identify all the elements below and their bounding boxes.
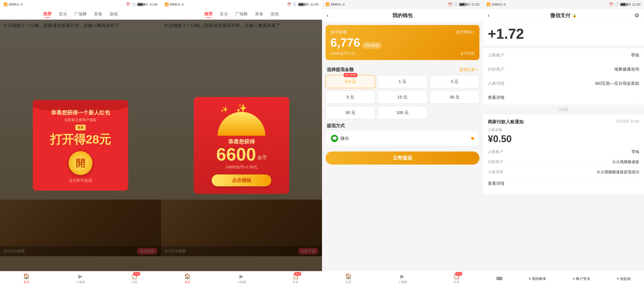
wechat-nav-other[interactable]: ≡ 他起始 <box>617 276 631 281</box>
nav-home-label-3: 首页 <box>346 280 352 284</box>
signal-icon-1: 📶 <box>4 2 8 6</box>
method-left: 💬 微信 <box>331 135 349 142</box>
network-speed-2: 690K/s <box>170 2 180 6</box>
amount-btn-7[interactable]: 100 元 <box>378 106 427 119</box>
notif-view-detail-link[interactable]: 查看详情 <box>488 181 504 186</box>
tab-recommend-2[interactable]: 推荐 <box>204 11 212 17</box>
nav-task-3[interactable]: 📋 实动 任务 <box>453 273 460 284</box>
notif-detail-2: 入账详情 火火视频极速版提现成功 <box>488 167 639 177</box>
clock-icon-4: 🕐 <box>615 2 619 6</box>
amount-btn-0[interactable]: 新人专享 0.5 元 <box>326 75 375 88</box>
amount-7: 100 元 <box>396 110 409 115</box>
gold-detail-link[interactable]: 金币明细 > <box>456 29 475 35</box>
task-icon-wrap-2: 📋 实动 <box>292 273 299 280</box>
tab-food-1[interactable]: 美食 <box>94 11 102 17</box>
bottom-nav-3: 🏠 首页 ▶ 小视频 📋 实动 任务 <box>322 271 483 286</box>
amount-btn-2[interactable]: 3 元 <box>430 75 480 88</box>
tab-game-1[interactable]: 游戏 <box>110 11 118 17</box>
home-icon-1: 🏠 <box>23 273 30 280</box>
nav-task-2[interactable]: 📋 实动 任务 <box>292 273 299 284</box>
battery-4: 93 <box>620 2 630 6</box>
wechat-nav-bill[interactable]: ≡ 我的账单 <box>529 276 546 281</box>
detail-label-0: 入账账户 <box>488 52 504 58</box>
amount-grid: 新人专享 0.5 元 1 元 3 元 5 元 15 元 30 元 50 元 10… <box>322 75 483 119</box>
withdraw-section-title: 选择提现金额 <box>327 67 354 73</box>
gold-card-top: 金币余额 金币明细 > <box>330 29 475 35</box>
detail-label-2: 入账详情 <box>488 81 504 86</box>
wechat-pay-title: 微信支付 🔒 <box>550 12 577 19</box>
coins-visual: ✨ ✨ <box>218 103 265 136</box>
nav-home-1[interactable]: 🏠 首页 <box>23 273 30 284</box>
chevron-right-icon: › <box>638 95 639 100</box>
overlay-2: ✨ ✨ 恭喜您获得 6600 金币 10000金币=1.00元 点击领钱 <box>161 20 322 271</box>
back-button-4[interactable]: ‹ <box>488 12 490 19</box>
nav-video-2[interactable]: ▶ 小视频 <box>237 273 246 284</box>
tab-recommend-1[interactable]: 推荐 <box>43 11 52 17</box>
submit-withdraw-button[interactable]: 立即提现 <box>326 151 480 165</box>
back-button-3[interactable]: ‹ <box>327 12 328 19</box>
video-bg-2: 十元钱收了一口锅，回家清洗发现不对，仔细一整高兴坏了 ✨ ✨ 恭喜您获得 660… <box>161 20 322 271</box>
nav-tabs-2: 推荐 音乐 广场舞 美食 游戏 <box>161 9 322 20</box>
amount-btn-5[interactable]: 30 元 <box>430 91 480 104</box>
view-detail-row: 查看详情 › <box>488 91 639 105</box>
nav-home-3[interactable]: 🏠 首页 <box>345 273 352 284</box>
view-detail-link[interactable]: 查看详情 <box>488 95 504 100</box>
detail-row-0: 入账账户 零钱 <box>488 48 639 62</box>
signal-icon-3: 📶 <box>326 2 330 6</box>
open-envelope-button[interactable]: 開 <box>68 151 92 175</box>
status-bar-3: 📶 584K/s ⊙ ⏰ 🕐 93 11:52 <box>322 0 483 9</box>
gold-card: 金币余额 金币明细 > 6,776 约0.68元 10000金币=1元 金币说明 <box>326 25 480 60</box>
tab-game-2[interactable]: 游戏 <box>270 11 279 17</box>
wechat-nav-security[interactable]: ≡ 账户安全 <box>573 276 590 281</box>
amount-btn-1[interactable]: 1 元 <box>378 75 427 88</box>
sparkle-right: ✨ <box>221 106 228 113</box>
time-4: 11:53 <box>632 2 640 6</box>
network-speed-4: 536K/s <box>492 2 502 6</box>
gear-icon[interactable]: ⚙ <box>634 12 639 19</box>
tab-square-dance-2[interactable]: 广场舞 <box>235 11 248 17</box>
amount-6: 50 元 <box>346 110 356 115</box>
notif-date: 2月12日 11:52 <box>616 119 639 125</box>
withdraw-method[interactable]: 💬 微信 <box>327 131 478 146</box>
sparkle-left: ✨ <box>236 103 247 113</box>
nav-video-3[interactable]: ▶ 小视频 <box>398 273 407 284</box>
envelope-amount: 打开得28元 <box>50 132 111 148</box>
time-2: 11:50 <box>310 2 318 6</box>
open-rate: 10000金币=1.00元 <box>226 164 258 170</box>
wechat-nav-keyboard[interactable]: ⌨ <box>496 276 502 281</box>
detail-value-1: 海豚健康咨询 <box>614 66 639 72</box>
envelope-title: 恭喜您获得一个新人红包 <box>51 109 110 116</box>
notif-detail-value-0: 零钱 <box>632 149 639 154</box>
status-right-3: ⏰ 🕐 93 11:52 <box>448 2 480 6</box>
status-right-2: ⏰ 🕐 93 11:50 <box>287 2 318 6</box>
method-title: 提现方式 <box>327 123 478 129</box>
nav-home-label-1: 首页 <box>24 280 30 284</box>
tab-music-1[interactable]: 音乐 <box>59 11 67 17</box>
detail-value-2: 360互助—瓜分现金奖励 <box>595 81 639 86</box>
nav-task-1[interactable]: 📋 实动 任务 <box>131 273 138 284</box>
gold-amount-row: 6,776 约0.68元 <box>330 37 475 49</box>
tab-music-2[interactable]: 音乐 <box>220 11 228 17</box>
amount-btn-4[interactable]: 15 元 <box>378 91 427 104</box>
status-bar-1: 📶 690K/s ⊙ ⏰ 🕐 93 11:50 <box>0 0 161 9</box>
status-left-3: 📶 584K/s ⊙ <box>326 2 345 6</box>
notif-detail-label-0: 入账账户 <box>488 149 503 154</box>
gold-rate: 10000金币=1元 <box>330 51 355 56</box>
time-divider: 11:52 <box>483 105 644 115</box>
notif-details: 入账账户 零钱 付款商户 火火视频极速版 入账详情 火火视频极速版提现成功 查看… <box>488 147 639 190</box>
battery-1: 93 <box>137 2 148 6</box>
red-envelope-open-2: ✨ ✨ 恭喜您获得 6600 金币 10000金币=1.00元 点击领钱 <box>194 97 289 194</box>
collect-button[interactable]: 点击领钱 <box>212 174 271 186</box>
tab-square-dance-1[interactable]: 广场舞 <box>74 11 87 17</box>
battery-3: 93 <box>459 2 470 6</box>
wechat-icon: 💬 <box>331 135 338 142</box>
open-amount-row: 6600 金币 <box>216 145 267 163</box>
notif-detail-0: 入账账户 零钱 <box>488 147 639 157</box>
amount-btn-6[interactable]: 50 元 <box>326 106 375 119</box>
tab-food-2[interactable]: 美食 <box>255 11 263 17</box>
withdraw-record-link[interactable]: 提现记录 > <box>460 67 478 72</box>
gold-explain[interactable]: 金币说明 <box>460 51 475 56</box>
nav-home-2[interactable]: 🏠 首页 <box>184 273 191 284</box>
amount-btn-3[interactable]: 5 元 <box>326 91 375 104</box>
nav-video-1[interactable]: ▶ 小视频 <box>76 273 85 284</box>
